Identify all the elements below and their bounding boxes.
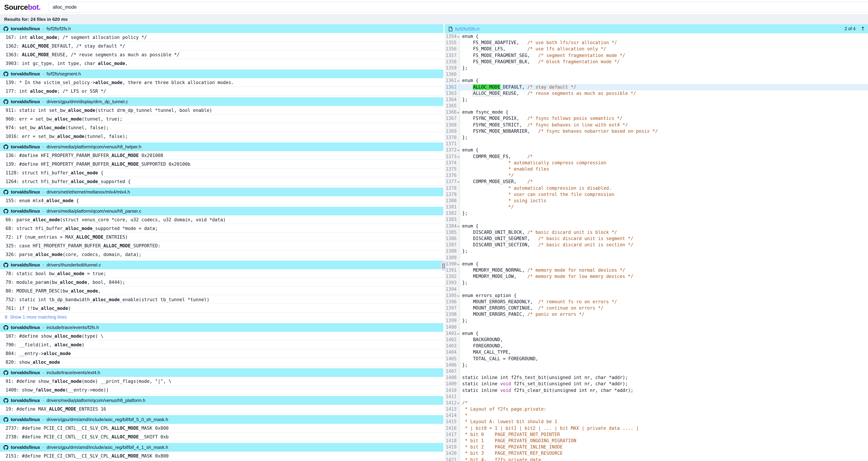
code-line[interactable]: 1407 [445, 368, 868, 374]
line-number[interactable]: 1363 [445, 90, 460, 96]
line-number[interactable]: 1407 [445, 368, 460, 374]
panel-resize-handle[interactable] [441, 261, 446, 271]
file-group-header[interactable]: torvalds/linux·fs/f2fs/f2fs.h [0, 24, 443, 33]
line-number[interactable]: 1419 [445, 444, 460, 450]
line-number[interactable]: 1357 [445, 52, 460, 59]
code-line[interactable]: 1415 * Layout A: lowest bit should be 1 [445, 419, 868, 425]
search-match-line[interactable]: 136: #define HFI_PROPERTY_PARAM_BUFFER_A… [0, 151, 443, 160]
code-line[interactable]: 1373 COMPR_MODE_FS, /* [445, 153, 868, 160]
fold-toggle[interactable] [457, 80, 460, 83]
search-match-line[interactable]: 820: show_alloc_mode [0, 358, 443, 367]
search-match-line[interactable]: 1400: show_falloc_mode(__entry->mode)) [0, 385, 443, 394]
search-match-line[interactable]: 139: #define HFI_PROPERTY_PARAM_BUFFER_A… [0, 160, 443, 169]
code-line[interactable]: 1380 * using ioctls [445, 198, 868, 204]
code-line[interactable]: 1416 * | bit0 = 1 | bit1 | bit2 | ... | … [445, 425, 868, 431]
code-line[interactable]: 1400 [445, 324, 868, 330]
line-number[interactable]: 1378 [445, 185, 460, 191]
fold-toggle[interactable] [457, 35, 460, 38]
code-line[interactable]: 1368 FSYNC_MODE_STRICT, /* fsync behaves… [445, 122, 868, 128]
search-match-line[interactable]: 91: #define show_falloc_mode(mode) __pri… [0, 377, 443, 385]
search-match-line[interactable]: 804: __entry->alloc_mode [0, 349, 443, 358]
code-line[interactable]: 1354enum { [445, 33, 868, 39]
line-number[interactable]: 1414 [445, 412, 460, 419]
code-line[interactable]: 1370}; [445, 135, 868, 141]
code-line[interactable]: 1376 */ [445, 172, 868, 178]
line-number[interactable]: 1379 [445, 191, 460, 198]
code-line[interactable]: 1394 [445, 286, 868, 292]
code-line[interactable]: 1418 * bit 1 PAGE_PRIVATE_ONGOING_MIGRAT… [445, 438, 868, 444]
line-number[interactable]: 1421 [445, 457, 460, 461]
line-number[interactable]: 1375 [445, 166, 460, 172]
code-line[interactable]: 1364}; [445, 96, 868, 103]
search-match-line[interactable]: 1264: struct hfi_buffer_alloc_mode_suppo… [0, 177, 443, 186]
code-line[interactable]: 1412/* [445, 400, 868, 406]
code-line[interactable]: 1358 FS_MODE_FRAGMENT_BLK, /* block frag… [445, 59, 868, 65]
code-line[interactable]: 1410static inline void f2fs_clear_bit(un… [445, 387, 868, 394]
line-number[interactable]: 1354 [445, 33, 460, 39]
code-line[interactable]: 1374 * automatically compress compressio… [445, 160, 868, 166]
line-number[interactable]: 1391 [445, 267, 460, 273]
file-group-header[interactable]: torvalds/linux·drivers/gpu/drm/amd/inclu… [0, 415, 443, 424]
line-number[interactable]: 1410 [445, 387, 460, 394]
code-line[interactable]: 1357 FS_MODE_FRAGMENT_SEG, /* segment fr… [445, 52, 868, 59]
fold-toggle[interactable] [457, 294, 460, 297]
code-line[interactable]: 1365 [445, 103, 868, 109]
code-line[interactable]: 1403 FOREGROUND, [445, 343, 868, 349]
file-group-header[interactable]: torvalds/linux·drivers/gpu/drm/amd/inclu… [0, 443, 443, 452]
code-line[interactable]: 1399}; [445, 318, 868, 324]
code-line[interactable]: 1401enum { [445, 330, 868, 337]
code-line[interactable]: 1421 * bit 4- f2fs private data [445, 457, 868, 461]
search-match-line[interactable]: 1128: struct hfi_buffer_alloc_mode { [0, 169, 443, 177]
line-number[interactable]: 1386 [445, 235, 460, 242]
line-number[interactable]: 1356 [445, 46, 460, 52]
code-line[interactable]: 1414 * [445, 412, 868, 419]
line-number[interactable]: 1383 [445, 217, 460, 223]
code-line[interactable]: 1409static inline void f2fs_set_bit(unsi… [445, 381, 868, 387]
line-number[interactable]: 1361 [445, 78, 460, 84]
search-input[interactable] [48, 2, 868, 12]
fold-toggle[interactable] [457, 263, 460, 266]
line-number[interactable]: 1376 [445, 172, 460, 178]
line-number[interactable]: 1404 [445, 349, 460, 355]
app-logo[interactable]: Sourcebot. [4, 3, 40, 11]
code-line[interactable]: 1378 * automatical compression is disabl… [445, 185, 868, 191]
code-line[interactable]: 1390enum { [445, 261, 868, 267]
code-line[interactable]: 1404 MAX_CALL_TYPE, [445, 349, 868, 355]
code-line[interactable]: 1377 COMPR_MODE_USER, /* [445, 179, 868, 185]
code-line[interactable]: 1387 DISCARD_UNIT_SECTION, /* basic disc… [445, 242, 868, 248]
show-more-matches-link[interactable]: Show 1 more matching lines [0, 313, 443, 321]
code-line[interactable]: 1413 * Layout of f2fs page.private: [445, 406, 868, 412]
search-match-line[interactable]: 66: parse_alloc_mode(struct venus_core *… [0, 215, 443, 224]
code-line[interactable]: 1389 [445, 255, 868, 261]
search-match-line[interactable]: 155: enum mlx4_alloc_mode { [0, 196, 443, 205]
code-line[interactable]: 1372enum { [445, 147, 868, 153]
code-line[interactable]: 1382}; [445, 210, 868, 217]
file-group-header[interactable]: torvalds/linux·drivers/media/platform/qc… [0, 207, 443, 215]
line-number[interactable]: 1371 [445, 141, 460, 147]
file-group-header[interactable]: torvalds/linux·drivers/media/platform/qc… [0, 396, 443, 405]
code-line[interactable]: 1362 ALLOC_MODE_DEFAULT, /* stay default… [445, 84, 868, 90]
line-number[interactable]: 1365 [445, 103, 460, 109]
line-number[interactable]: 1396 [445, 299, 460, 305]
code-line[interactable]: 1388}; [445, 248, 868, 255]
line-number[interactable]: 1369 [445, 128, 460, 135]
fold-toggle[interactable] [457, 402, 460, 405]
code-line[interactable]: 1375 * enabled files [445, 166, 868, 172]
code-line[interactable]: 1396 MOUNT_ERRORS_READONLY, /* remount f… [445, 299, 868, 305]
code-line[interactable]: 1408static inline int f2fs_test_bit(unsi… [445, 374, 868, 381]
line-number[interactable]: 1412 [445, 400, 460, 406]
line-number[interactable]: 1381 [445, 204, 460, 210]
line-number[interactable]: 1358 [445, 59, 460, 65]
prev-match-button[interactable]: ↑ [861, 26, 865, 31]
line-number[interactable]: 1418 [445, 438, 460, 444]
fold-toggle[interactable] [457, 225, 460, 228]
line-number[interactable]: 1406 [445, 362, 460, 368]
code-line[interactable]: 1397 MOUNT_ERRORS_CONTINUE, /* continue … [445, 305, 868, 311]
search-match-line[interactable]: 752: static int tb_dp_bandwidth_alloc_mo… [0, 295, 443, 304]
search-match-line[interactable]: 1362: ALLOC_MODE_DEFAULT, /* stay defaul… [0, 42, 443, 50]
search-match-line[interactable]: 790: __field(int, alloc_mode) [0, 341, 443, 349]
search-match-line[interactable]: 72: if (num_entries > MAX_ALLOC_MODE_ENT… [0, 233, 443, 241]
line-number[interactable]: 1380 [445, 198, 460, 204]
file-group-header[interactable]: torvalds/linux·drivers/thunderbolt/tunne… [0, 261, 443, 269]
line-number[interactable]: 1355 [445, 39, 460, 46]
